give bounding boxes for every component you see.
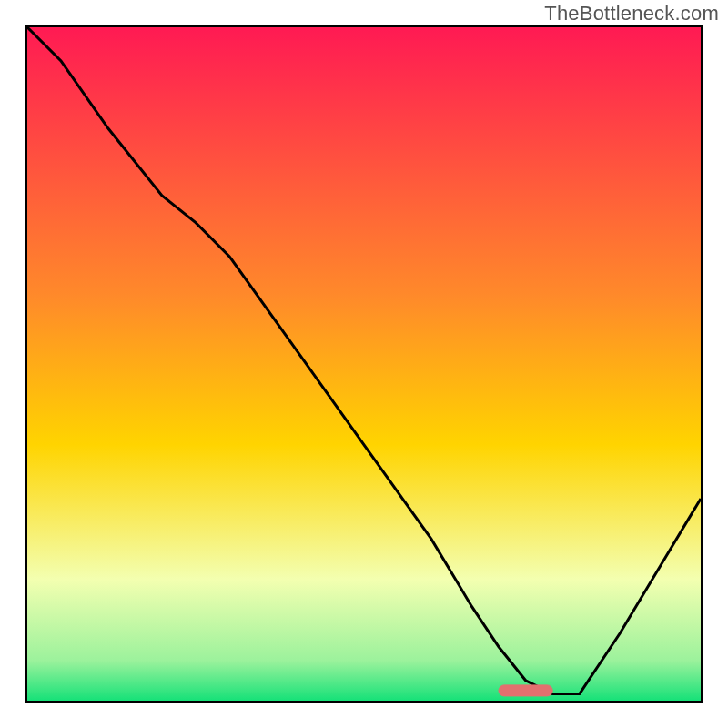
optimal-range-marker xyxy=(499,685,552,696)
watermark-text: TheBottleneck.com xyxy=(544,2,719,25)
chart-frame: TheBottleneck.com xyxy=(0,0,728,728)
gradient-background xyxy=(27,27,701,701)
chart-svg xyxy=(27,27,701,701)
plot-area xyxy=(25,25,703,703)
